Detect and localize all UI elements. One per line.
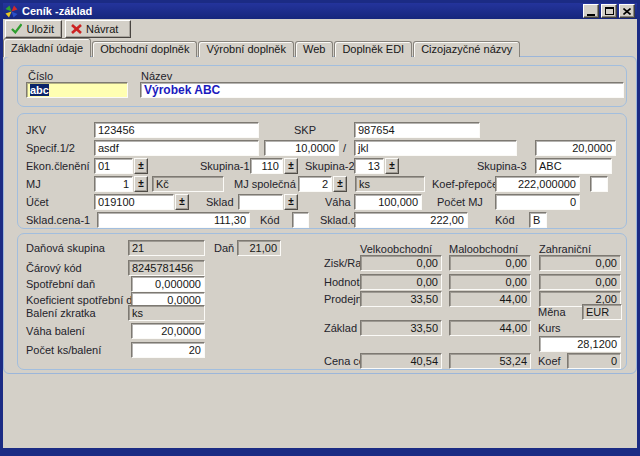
kurs-field[interactable]: 28,1200 (539, 336, 621, 352)
specif2-num-field[interactable]: 20,0000 (535, 140, 616, 156)
tab-obchodni-doplnek[interactable]: Obchodní doplněk (92, 41, 197, 57)
prodejni-malo-field: 44,00 (449, 291, 531, 307)
koef-label: Koef (538, 355, 561, 367)
skupina3-label: Skupina-3 (477, 160, 527, 172)
close-icon (623, 8, 631, 15)
ekon-cleneni-label: Ekon.členění (26, 160, 90, 172)
pocet-mj-field[interactable]: 0 (495, 194, 580, 210)
sklad-cena1-label: Sklad.cena-1 (26, 214, 90, 226)
save-button[interactable]: Uložit (5, 20, 62, 38)
koef-prepocet-checkbox-field[interactable] (590, 176, 608, 192)
hodnota-velko-field: 0,00 (360, 274, 442, 290)
app-window: Ceník -základ Uložit Návrat Základní úda… (0, 0, 640, 456)
ucet-dropdown-button[interactable] (175, 194, 189, 210)
red-cross-icon (71, 24, 82, 34)
ekon-cleneni-field[interactable]: 01 (94, 158, 133, 174)
dan-field: 21,00 (237, 240, 281, 256)
specif-slash: / (343, 142, 346, 154)
koef-prepocet-field[interactable]: 222,000000 (495, 176, 580, 192)
skupina1-field[interactable]: 110 (250, 158, 283, 174)
vaha-baleni-field[interactable]: 20,0000 (131, 323, 205, 339)
group-classification: JKV 123456 SKP 987654 Specif.1/2 asdf 10… (17, 113, 627, 229)
back-button[interactable]: Návrat (65, 20, 131, 38)
mj-dropdown-button[interactable] (134, 176, 148, 192)
cena-malo-field: 53,24 (449, 353, 531, 369)
skupina2-field[interactable]: 13 (354, 158, 384, 174)
sklad-dropdown-button[interactable] (284, 194, 298, 210)
nazev-field[interactable]: Výrobek ABC (140, 82, 624, 98)
skp-label: SKP (294, 124, 316, 136)
prodejni-velko-field: 33,50 (360, 291, 442, 307)
kod2-field[interactable]: B (529, 212, 547, 228)
green-check-icon (11, 23, 22, 34)
mj-spolecna-unit-field: ks (355, 176, 425, 192)
nazev-label: Název (141, 70, 172, 82)
mj-field[interactable]: 1 (94, 176, 133, 192)
hodnota-zahranicni-field: 0,00 (539, 274, 621, 290)
tab-cizojazycne-nazvy[interactable]: Cizojazyčné názvy (413, 41, 520, 57)
skupina2-label: Skupina-2 (305, 160, 355, 172)
specif1-field[interactable]: asdf (94, 140, 259, 156)
group-identification: Číslo abc Název Výrobek ABC (17, 65, 627, 107)
skp-field[interactable]: 987654 (354, 122, 480, 138)
spotrebni-dan-label: Spotřební daň (26, 278, 95, 290)
title-bar[interactable]: Ceník -základ (3, 3, 637, 19)
specif1-num-field[interactable]: 10,0000 (264, 140, 339, 156)
pocet-ks-baleni-field[interactable]: 20 (131, 342, 205, 358)
spotrebni-dan-field[interactable]: 0,000000 (131, 276, 205, 292)
maximize-icon (605, 7, 614, 15)
sklad-cena2-field[interactable]: 222,00 (354, 212, 468, 228)
sklad-field[interactable] (238, 194, 283, 210)
cislo-label: Číslo (28, 70, 53, 82)
sklad-label: Sklad (206, 196, 234, 208)
mj-unit-field: Kč (152, 176, 224, 192)
tab-web[interactable]: Web (295, 41, 333, 57)
mj-spolecna-field[interactable]: 2 (298, 176, 332, 192)
tab-page-zakladni-udaje: Číslo abc Název Výrobek ABC JKV 123456 S… (3, 56, 637, 374)
mena-field: EUR (582, 304, 622, 320)
zaklad-velko-field: 33,50 (360, 320, 442, 336)
specif-label: Specif.1/2 (26, 142, 75, 154)
column-header-zahranicni: Zahraniční (539, 243, 591, 255)
save-button-label: Uložit (26, 23, 54, 35)
zisk-malo-field: 0,00 (449, 255, 531, 271)
column-header-maloobchodni: Maloobchodní (449, 243, 518, 255)
tab-strip: Základní údaje Obchodní doplněk Výrobní … (3, 38, 521, 57)
koef-field: 0 (567, 353, 621, 369)
tab-zakladni-udaje[interactable]: Základní údaje (3, 38, 91, 57)
close-button[interactable] (619, 4, 635, 18)
dan-label: Daň (214, 242, 234, 254)
kod1-field[interactable] (292, 212, 309, 228)
sklad-cena1-field[interactable]: 111,30 (97, 212, 250, 228)
kurs-label: Kurs (538, 322, 561, 334)
tab-vyrobni-doplnek[interactable]: Výrobní doplněk (198, 41, 294, 57)
jkv-field[interactable]: 123456 (94, 122, 259, 138)
maximize-button[interactable] (601, 4, 617, 18)
ucet-label: Účet (26, 196, 49, 208)
vaha-baleni-label: Váha balení (26, 325, 85, 337)
zaklad-malo-field: 44,00 (449, 320, 531, 336)
skupina3-field[interactable]: ABC (535, 158, 612, 174)
danova-skupina-label: Daňová skupina (26, 242, 105, 254)
minimize-button[interactable] (583, 4, 599, 18)
ekon-cleneni-dropdown-button[interactable] (134, 158, 148, 174)
carovy-kod-label: Čárový kód (26, 262, 82, 274)
kod2-label: Kód (495, 214, 515, 226)
ucet-field[interactable]: 019100 (94, 194, 174, 210)
tab-doplnek-edi[interactable]: Doplněk EDI (334, 41, 412, 57)
pocet-mj-label: Počet MJ (437, 196, 483, 208)
carovy-kod-field: 8245781456 (128, 260, 205, 276)
cislo-field[interactable]: abc (26, 82, 128, 98)
mena-label: Měna (538, 306, 566, 318)
mj-label: MJ (26, 178, 41, 190)
skupina1-dropdown-button[interactable] (284, 158, 298, 174)
cena-velko-field: 40,54 (360, 353, 442, 369)
hodnota-malo-field: 0,00 (449, 274, 531, 290)
mj-spolecna-dropdown-button[interactable] (333, 176, 347, 192)
specif2-field[interactable]: jkl (354, 140, 517, 156)
zisk-velko-field: 0,00 (360, 255, 442, 271)
mj-spolecna-label: MJ společná (234, 178, 296, 190)
back-button-label: Návrat (86, 23, 118, 35)
vaha-field[interactable]: 100,000 (354, 194, 422, 210)
skupina2-dropdown-button[interactable] (385, 158, 399, 174)
